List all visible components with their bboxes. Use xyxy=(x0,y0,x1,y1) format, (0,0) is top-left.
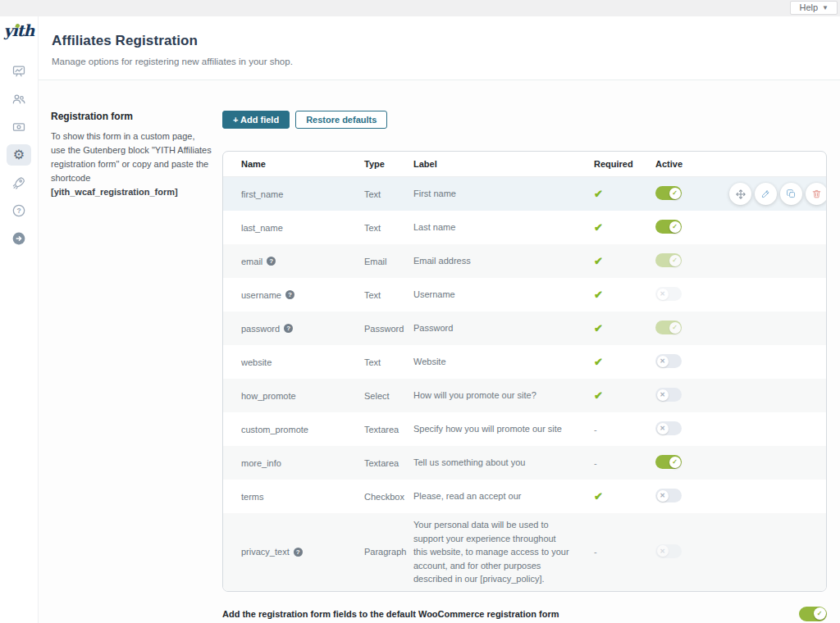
sidebar-item-support[interactable]: ? xyxy=(7,200,31,221)
fields-table-header: Name Type Label Required Active xyxy=(223,152,826,177)
field-name-cell: website xyxy=(241,352,364,372)
active-toggle[interactable]: ✓ xyxy=(655,220,682,234)
active-cell: ✓ xyxy=(655,316,729,341)
active-cell: ✕ xyxy=(655,539,729,565)
column-header-label: Label xyxy=(413,159,594,169)
yith-logo[interactable]: yith xyxy=(4,21,34,39)
field-label: Please, read an accept our xyxy=(413,484,594,508)
add-field-button[interactable]: + Add field xyxy=(222,111,290,129)
active-toggle[interactable]: ✕ xyxy=(655,354,682,368)
users-icon xyxy=(11,92,26,107)
woocommerce-registration-toggle[interactable]: ✓ xyxy=(799,607,827,621)
field-type: Paragraph xyxy=(364,542,413,562)
active-toggle[interactable]: ✓ xyxy=(655,455,682,469)
field-type: Text xyxy=(364,285,413,305)
active-toggle[interactable]: ✕ xyxy=(655,287,682,301)
field-label: How will you promote our site? xyxy=(413,384,594,407)
dashboard-icon xyxy=(11,64,26,79)
field-type: Password xyxy=(364,319,413,339)
field-name-cell: privacy_text ? xyxy=(241,542,364,562)
toggle-knob: ✓ xyxy=(669,255,681,266)
page-header: Affiliates Registration Manage options f… xyxy=(39,16,840,80)
sidebar-item-dashboard[interactable] xyxy=(7,61,31,82)
help-button[interactable]: Help ▼ xyxy=(790,1,838,15)
active-toggle[interactable]: ✕ xyxy=(655,388,682,402)
required-mark: - xyxy=(594,420,655,439)
field-type: Textarea xyxy=(364,420,413,439)
required-mark: ✔ xyxy=(594,317,655,339)
field-name: custom_promote xyxy=(241,425,308,434)
active-cell: ✕ xyxy=(655,383,729,408)
delete-icon[interactable] xyxy=(806,183,827,205)
field-name-cell: custom_promote xyxy=(241,420,364,439)
help-icon[interactable]: ? xyxy=(294,548,303,557)
required-mark: - xyxy=(594,542,655,562)
sidebar-item-premium[interactable] xyxy=(7,172,31,193)
field-name: terms xyxy=(241,492,264,502)
toggle-knob: ✕ xyxy=(657,289,669,300)
section-heading: Registration form xyxy=(51,111,212,122)
required-mark: ✔ xyxy=(594,183,655,205)
section-description: To show this form in a custom page, use … xyxy=(51,130,212,199)
page-subtitle: Manage options for registering new affil… xyxy=(52,57,824,66)
active-toggle[interactable]: ✓ xyxy=(655,186,682,200)
chevron-down-icon: ▼ xyxy=(822,4,829,11)
field-name-cell: more_info xyxy=(241,453,364,473)
sidebar-item-affiliates[interactable] xyxy=(7,89,31,110)
toggle-knob: ✓ xyxy=(669,221,681,233)
table-row: last_name Text Last name ✔ ✓ xyxy=(223,211,826,244)
field-name: website xyxy=(241,357,272,367)
required-mark: ✔ xyxy=(594,351,655,373)
fields-column: + Add field Restore defaults Name Type L… xyxy=(222,111,827,623)
field-name: first_name xyxy=(241,189,283,199)
sidebar: yith xyxy=(0,16,39,623)
sidebar-item-settings[interactable]: ⚙ xyxy=(7,144,31,166)
active-toggle[interactable]: ✓ xyxy=(655,321,682,334)
column-header-name: Name xyxy=(241,159,364,169)
edit-icon[interactable] xyxy=(755,183,777,205)
field-label: Tell us something about you xyxy=(413,451,594,475)
svg-text:?: ? xyxy=(16,207,21,215)
field-label: Last name xyxy=(413,216,594,239)
move-icon[interactable] xyxy=(729,183,751,205)
sidebar-item-collapse[interactable] xyxy=(7,228,31,249)
active-toggle[interactable]: ✓ xyxy=(655,253,682,267)
active-toggle[interactable]: ✕ xyxy=(655,489,682,502)
fields-toolbar: + Add field Restore defaults xyxy=(222,111,827,129)
toggle-knob: ✕ xyxy=(657,356,669,367)
field-name-cell: password ? xyxy=(241,319,364,339)
field-name-cell: username ? xyxy=(241,285,364,305)
active-toggle[interactable]: ✕ xyxy=(655,544,682,558)
active-cell: ✕ xyxy=(655,416,729,442)
field-type: Text xyxy=(364,352,413,372)
table-row: terms Checkbox Please, read an accept ou… xyxy=(223,480,826,513)
help-icon[interactable]: ? xyxy=(285,290,294,299)
column-header-active: Active xyxy=(655,159,729,169)
sidebar-item-payments[interactable] xyxy=(7,116,31,138)
field-label: First name xyxy=(413,182,594,206)
help-icon[interactable]: ? xyxy=(267,257,276,266)
field-type: Textarea xyxy=(364,453,413,473)
required-mark: ✔ xyxy=(594,250,655,272)
active-toggle[interactable]: ✕ xyxy=(655,421,682,435)
column-header-type: Type xyxy=(364,159,413,169)
toggle-knob: ✓ xyxy=(814,607,826,620)
duplicate-icon[interactable] xyxy=(780,183,802,205)
required-mark: - xyxy=(594,453,655,473)
field-name-cell: first_name xyxy=(241,184,364,204)
toggle-knob: ✕ xyxy=(657,490,669,502)
arrow-right-icon xyxy=(11,231,26,246)
active-cell: ✓ xyxy=(655,215,729,240)
table-row: username ? Text Username ✔ ✕ xyxy=(223,278,826,312)
help-button-label: Help xyxy=(799,2,818,12)
help-icon[interactable]: ? xyxy=(284,324,293,333)
fields-table-body: first_name Text First name ✔ ✓ xyxy=(223,177,826,591)
field-name-cell: terms xyxy=(241,487,364,507)
field-label: Email address xyxy=(413,249,594,273)
column-header-required: Required xyxy=(594,159,655,169)
table-row: email ? Email Email address ✔ ✓ xyxy=(223,244,826,278)
restore-defaults-button[interactable]: Restore defaults xyxy=(295,111,387,129)
required-mark: ✔ xyxy=(594,485,655,507)
main-panel: Affiliates Registration Manage options f… xyxy=(39,16,840,623)
table-row: custom_promote Textarea Specify how you … xyxy=(223,412,826,446)
